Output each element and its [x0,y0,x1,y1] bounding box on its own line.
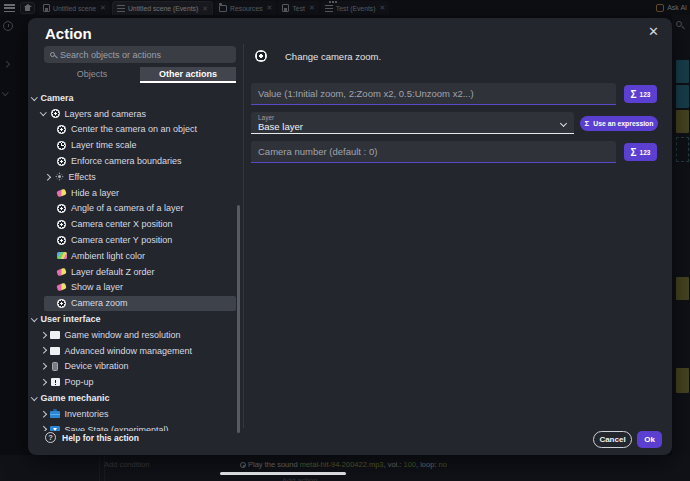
chevron-right-icon [44,174,50,180]
popup-icon [50,377,61,388]
search-box [44,46,236,63]
chevron-down-icon [40,110,46,116]
tree-item-label: Layer default Z order [71,267,155,277]
chevron-right-icon [40,332,46,338]
tree-item-label: User interface [41,314,101,324]
tree-item-label: Show a layer [71,282,123,292]
tree-item[interactable]: Show a layer [28,280,240,296]
value-expression-button[interactable]: Σ 123 [624,85,657,103]
tree-item-label: Camera [41,93,74,103]
brush-icon [56,266,67,277]
tab-objects[interactable]: Objects [44,67,140,83]
inventory-icon [50,408,61,419]
chevron-right-icon [40,363,46,369]
numeric-label: 123 [640,91,651,98]
tree-item-label: Save State (experimental) [65,425,169,431]
tree-item[interactable]: User interface [28,311,240,327]
camera-icon [56,156,67,167]
tab-other-actions[interactable]: Other actions [140,67,236,83]
tree-scrollbar[interactable] [237,205,240,433]
brush-icon [56,282,67,293]
tree-item-label: Camera zoom [71,298,128,308]
window-icon [50,329,61,340]
tree-item[interactable]: Pop-up [28,374,240,390]
tree-item-label: Effects [69,172,96,182]
tree-item[interactable]: Layers and cameras [28,106,240,122]
page-title: Action [45,25,92,42]
close-icon[interactable]: ✕ [648,24,659,39]
tree-item[interactable]: Save State (experimental) [28,422,240,431]
tree-item-label: Pop-up [65,377,94,387]
search-input[interactable] [60,50,230,60]
tree-item[interactable]: Camera center X position [28,216,240,232]
tree-item-label: Advanced window management [65,346,193,356]
ok-button[interactable]: Ok [637,431,662,448]
tree-item[interactable]: Effects [28,169,240,185]
tree-item-label: Device vibration [65,361,129,371]
window-icon [50,345,61,356]
tree-item[interactable]: Advanced window management [28,343,240,359]
clock-icon [56,140,67,151]
column-divider [243,44,244,428]
selected-action-title: Change camera zoom. [285,51,381,62]
value-input[interactable] [258,88,609,99]
color-icon [56,250,67,261]
tree-item[interactable]: Camera zoom [28,295,240,311]
app-window: Untitled scene✕Untitled scene (Events)✕R… [0,0,690,481]
help-label: Help for this action [62,433,139,443]
tree-item[interactable]: Layer time scale [28,137,240,153]
selected-action-header: Change camera zoom. [255,50,381,62]
tree-item-label: Game window and resolution [65,330,181,340]
tree-item[interactable]: Hide a layer [28,185,240,201]
tree-item-label: Ambient light color [71,251,145,261]
camera-number-field [251,141,616,163]
camera-icon [56,203,67,214]
tree-item[interactable]: Inventories [28,406,240,422]
tree-item[interactable]: Center the camera on an object [28,122,240,138]
value-field [251,83,616,105]
save-icon [50,424,61,431]
chevron-down-icon [31,394,37,400]
camera-expression-button[interactable]: Σ 123 [624,143,657,161]
chevron-down-icon [31,315,37,321]
tree-item[interactable]: Ambient light color [28,248,240,264]
tree-item[interactable]: Game window and resolution [28,327,240,343]
help-link[interactable]: Help for this action [45,432,139,443]
effects-icon [54,171,65,182]
camera-icon [56,219,67,230]
numeric-label: 123 [640,149,651,156]
tree-item-label: Camera center X position [71,219,173,229]
use-expression-label: Use an expression [593,120,653,127]
tree-item-label: Layer time scale [71,140,137,150]
chevron-right-icon [40,347,46,353]
camera-number-input[interactable] [258,146,609,157]
camera-icon [56,124,67,135]
tree-item[interactable]: Enforce camera boundaries [28,153,240,169]
tree-item-label: Angle of a camera of a layer [71,203,184,213]
cancel-button[interactable]: Cancel [593,431,632,448]
search-icon [50,52,55,57]
tree-item[interactable]: Device vibration [28,359,240,375]
use-expression-button[interactable]: Σ Use an expression [580,116,658,131]
tree-item[interactable]: Game mechanic [28,390,240,406]
tree-item[interactable]: Layer default Z order [28,264,240,280]
dialog-tabs: Objects Other actions [44,67,236,83]
camera-icon [50,108,61,119]
sigma-icon: Σ [631,147,637,158]
layer-select[interactable]: Layer Base layer [251,112,574,134]
action-dialog: Action ✕ Objects Other actions CameraLay… [28,18,672,455]
drag-indicator-bar [220,472,346,475]
chevron-right-icon [40,379,46,385]
sigma-icon: Σ [585,119,590,128]
tree-item[interactable]: Camera [28,90,240,106]
tree-item-label: Hide a layer [71,188,119,198]
help-icon [45,432,56,443]
chevron-right-icon [40,426,46,431]
brush-icon [56,187,67,198]
tree-item-label: Game mechanic [41,393,110,403]
tree-item-label: Camera center Y position [71,235,172,245]
camera-lens-icon [255,50,267,62]
chevron-down-icon [31,94,37,100]
tree-item[interactable]: Camera center Y position [28,232,240,248]
tree-item[interactable]: Angle of a camera of a layer [28,201,240,217]
